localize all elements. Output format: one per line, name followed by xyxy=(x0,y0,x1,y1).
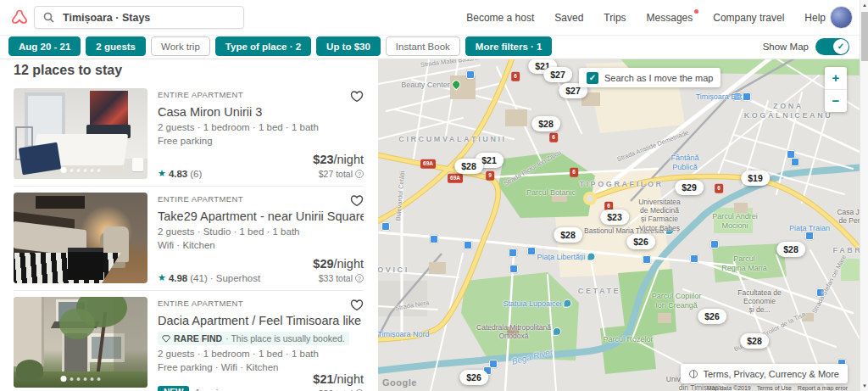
info-icon[interactable]: ? xyxy=(355,170,364,178)
listing-price: $21/night $30 total? xyxy=(313,372,364,391)
scrollbar-thumb[interactable] xyxy=(861,12,868,61)
map-canvas[interactable]: Beauty CenterStrada Matei BasarabCIRCUMV… xyxy=(378,59,860,391)
heart-icon[interactable] xyxy=(350,194,364,207)
search-icon xyxy=(43,12,54,23)
listing-card[interactable]: ENTIRE APARTMENT Dacia Apartment / Feel … xyxy=(14,290,364,391)
listing-amenities: Wifi · Kitchen xyxy=(158,240,364,250)
star-icon: ★ xyxy=(158,272,166,283)
listing-photo[interactable] xyxy=(14,297,147,388)
carousel-dot[interactable] xyxy=(91,377,94,381)
zoom-in-button[interactable]: + xyxy=(825,67,847,90)
scroll-up-arrow-icon[interactable]: ▲ xyxy=(860,0,868,10)
map-price-pin[interactable]: $19 xyxy=(741,170,770,186)
user-avatar[interactable] xyxy=(830,6,853,29)
map-price-pin[interactable]: $28 xyxy=(454,159,483,174)
listing-title[interactable]: Dacia Apartment / Feel Timisoara like a … xyxy=(158,314,364,327)
map-price-pin[interactable]: $28 xyxy=(740,333,769,349)
filter-type-of-place-2[interactable]: Type of place · 2 xyxy=(215,36,311,56)
rare-find-badge: RARE FIND · This place is usually booked… xyxy=(158,332,349,345)
carousel-dots[interactable] xyxy=(61,376,101,382)
map-label: Piața Traian xyxy=(789,224,830,233)
map-price-pin[interactable]: $26 xyxy=(698,309,726,324)
nav-messages[interactable]: Messages xyxy=(647,12,693,24)
nav-saved[interactable]: Saved xyxy=(554,12,583,24)
terms-privacy-button[interactable]: Terms, Privacy, Currency & More xyxy=(681,364,848,383)
carousel-dot[interactable] xyxy=(91,169,94,172)
listing-photo[interactable] xyxy=(14,88,147,179)
heart-icon[interactable] xyxy=(350,299,364,311)
listing-title[interactable]: Casa Miron Unirii 3 xyxy=(158,105,364,119)
transit-station-icon xyxy=(690,254,698,263)
listing-card[interactable]: ENTIRE APARTMENT Casa Miron Unirii 3 2 g… xyxy=(14,82,364,186)
terms-of-use-link[interactable]: Terms of Use xyxy=(757,385,792,391)
search-input[interactable] xyxy=(61,11,217,25)
filter-up-to-30[interactable]: Up to $30 xyxy=(316,36,381,56)
transit-station-icon xyxy=(805,232,814,240)
filter-2-guests[interactable]: 2 guests xyxy=(86,36,146,56)
map-price-pin[interactable]: $28 xyxy=(776,242,805,257)
checkbox-checked-icon[interactable]: ✓ xyxy=(587,72,598,84)
show-map-control: Show Map ✓ xyxy=(763,38,849,55)
carousel-dot[interactable] xyxy=(84,377,87,381)
map-label: CETATE xyxy=(578,287,620,296)
carousel-dot[interactable] xyxy=(70,169,74,172)
nav-company-travel[interactable]: Company travel xyxy=(713,12,784,24)
carousel-dot[interactable] xyxy=(77,377,81,381)
listing-amenities: Free parking xyxy=(158,136,364,146)
carousel-dots[interactable] xyxy=(61,167,101,173)
map-label: Parcul CopiilorIon Creangă xyxy=(652,292,702,310)
airbnb-logo-icon[interactable] xyxy=(9,7,30,29)
listing-title[interactable]: Take29 Apartment - near Unirii Square xyxy=(158,209,364,223)
filter-work-trip[interactable]: Work trip xyxy=(151,36,210,56)
map-label: ZONAKOGĂLNICEANU xyxy=(744,102,833,120)
listing-photo[interactable] xyxy=(14,193,147,283)
filter-instant-book[interactable]: Instant Book xyxy=(386,36,460,56)
transit-station-icon xyxy=(509,249,517,257)
map-price-pin[interactable]: $26 xyxy=(459,370,488,385)
show-map-toggle[interactable]: ✓ xyxy=(815,38,849,55)
map-label: TIPOGRAFILOR xyxy=(579,180,663,189)
info-icon[interactable]: ? xyxy=(355,274,364,282)
filter-bar: Aug 20 - 212 guestsWork tripType of plac… xyxy=(0,36,868,59)
carousel-dot[interactable] xyxy=(61,167,67,173)
nav-help[interactable]: Help xyxy=(804,12,826,24)
map-price-pin[interactable]: $27 xyxy=(543,67,572,82)
results-panel: 12 places to stay ENTIRE APARTMENT Casa … xyxy=(0,59,378,391)
carousel-dot[interactable] xyxy=(61,376,67,382)
listing-details: 2 guests · 1 bedroom · 1 bed · 1 bath xyxy=(158,349,364,359)
carousel-dot[interactable] xyxy=(70,377,74,381)
filter-more-filters-1[interactable]: More filters · 1 xyxy=(465,36,553,56)
road-shield: 69A xyxy=(420,159,436,169)
map-price-pin[interactable]: $23 xyxy=(600,209,629,225)
carousel-dot[interactable] xyxy=(97,169,101,172)
filter-aug-20-21[interactable]: Aug 20 - 21 xyxy=(8,36,81,56)
transit-station-icon xyxy=(509,265,518,273)
map-price-pin[interactable]: $29 xyxy=(675,180,704,195)
map-price-pin[interactable]: $26 xyxy=(626,234,655,249)
search-as-move-control[interactable]: ✓ Search as I move the map xyxy=(579,68,721,87)
nav-trips[interactable]: Trips xyxy=(604,12,626,24)
search-box[interactable] xyxy=(34,6,244,29)
listing-rating: ★ 4.98 (41) · Superhost xyxy=(158,272,260,283)
map-price-pin[interactable]: $28 xyxy=(531,116,560,131)
scroll-down-arrow-icon[interactable]: ▼ xyxy=(860,381,868,391)
zoom-out-button[interactable]: − xyxy=(825,90,847,112)
map-label: Parcul Botanic xyxy=(526,188,576,198)
road-shield: 6 xyxy=(570,168,578,177)
road-shield: 6 xyxy=(715,184,723,193)
page-scrollbar[interactable]: ▲ ▼ xyxy=(860,0,868,391)
carousel-dot[interactable] xyxy=(77,169,81,172)
listing-card[interactable]: ENTIRE APARTMENT Take29 Apartment - near… xyxy=(14,186,364,290)
nav-become-a-host[interactable]: Become a host xyxy=(466,12,534,24)
map-label: FABR xyxy=(833,246,860,255)
map-label: Casa Jude Pen xyxy=(837,208,860,225)
carousel-dot[interactable] xyxy=(84,169,87,172)
map-price-pin[interactable]: $28 xyxy=(554,227,582,243)
map-label: Timișoara Est xyxy=(696,92,743,102)
heart-icon[interactable] xyxy=(350,90,364,103)
map-label: ParculRegina Maria xyxy=(721,254,767,273)
listing-amenities: Free parking · Wifi · Kitchen xyxy=(158,362,364,372)
report-error-link[interactable]: Report a map error xyxy=(798,385,848,391)
carousel-dot[interactable] xyxy=(97,377,101,381)
poi-pin-icon xyxy=(564,299,572,308)
